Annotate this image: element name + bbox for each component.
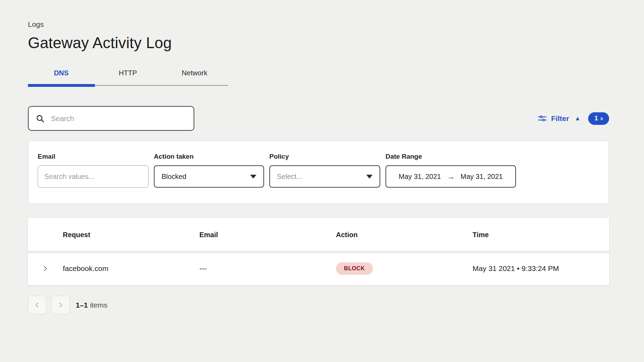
filter-clear-x[interactable]: x (600, 116, 603, 121)
table-header-row: Request Email Action Time (28, 218, 609, 252)
activity-log-table: Request Email Action Time facebook.com -… (28, 218, 609, 285)
tab-underline (28, 84, 228, 87)
column-header-action: Action (336, 231, 473, 239)
arrow-right-icon: → (447, 172, 455, 181)
cell-action: BLOCK (336, 262, 473, 275)
row-expand-button[interactable] (42, 265, 48, 272)
date-range-picker[interactable]: May 31, 2021 → May 31, 2021 (385, 165, 516, 188)
items-range: 1–1 (76, 301, 88, 309)
gateway-activity-page: Logs Gateway Activity Log DNS HTTP Netwo… (0, 0, 644, 314)
filter-field-date-range: Date Range May 31, 2021 → May 31, 2021 (385, 153, 516, 204)
table-row[interactable]: facebook.com --- BLOCK May 31 2021 • 9:3… (28, 252, 609, 285)
email-filter-input[interactable] (38, 173, 148, 181)
column-header-request: Request (63, 231, 200, 239)
log-type-tabs: DNS HTTP Network (28, 66, 228, 87)
tab-http[interactable]: HTTP (95, 66, 161, 84)
policy-select-placeholder: Select... (277, 173, 302, 181)
filter-count: 1 (594, 115, 598, 122)
page-title: Gateway Activity Log (28, 34, 609, 52)
action-taken-filter-label: Action taken (154, 153, 264, 160)
chevron-left-icon (34, 302, 40, 308)
search-icon (36, 114, 45, 123)
filter-sliders-icon[interactable] (538, 114, 547, 123)
cell-request: facebook.com (63, 264, 200, 273)
chevron-down-icon (366, 175, 373, 179)
cell-email: --- (200, 264, 336, 273)
active-tab-indicator (28, 84, 95, 87)
cell-time: May 31 2021 • 9:33:24 PM (473, 264, 609, 273)
tab-dns[interactable]: DNS (28, 66, 95, 84)
filter-panel: Email Action taken Blocked Policy Select… (28, 141, 609, 204)
policy-filter-label: Policy (269, 153, 380, 160)
chevron-right-icon (58, 302, 63, 308)
date-range-end[interactable]: May 31, 2021 (460, 173, 503, 181)
chevron-right-icon (42, 265, 48, 272)
date-range-filter-label: Date Range (385, 153, 516, 160)
search-input[interactable] (51, 114, 187, 123)
filter-count-badge[interactable]: 1 x (588, 112, 609, 125)
email-filter-label: Email (38, 153, 149, 160)
date-range-start[interactable]: May 31, 2021 (399, 173, 441, 181)
filter-field-email: Email (38, 153, 149, 204)
filter-field-policy: Policy Select... (269, 153, 380, 204)
column-header-time: Time (473, 231, 609, 239)
prev-page-button[interactable] (28, 296, 46, 314)
items-label: items (88, 301, 107, 309)
column-header-email: Email (200, 231, 336, 239)
filter-toggle-label[interactable]: Filter (551, 114, 569, 123)
policy-select[interactable]: Select... (269, 165, 380, 188)
pagination: 1–1 items (28, 296, 609, 314)
filter-field-action-taken: Action taken Blocked (154, 153, 264, 204)
block-status-badge: BLOCK (336, 262, 373, 275)
chevron-down-icon (250, 175, 256, 179)
tab-network[interactable]: Network (161, 66, 228, 84)
filter-controls: Filter ▲ 1 x (538, 112, 609, 125)
action-taken-select[interactable]: Blocked (154, 165, 264, 188)
filter-collapse-icon[interactable]: ▲ (575, 115, 581, 121)
next-page-button[interactable] (51, 296, 70, 314)
breadcrumb: Logs (28, 20, 609, 29)
search-box[interactable] (28, 106, 194, 131)
items-count: 1–1 items (76, 301, 107, 309)
action-taken-selected-value: Blocked (162, 173, 186, 181)
